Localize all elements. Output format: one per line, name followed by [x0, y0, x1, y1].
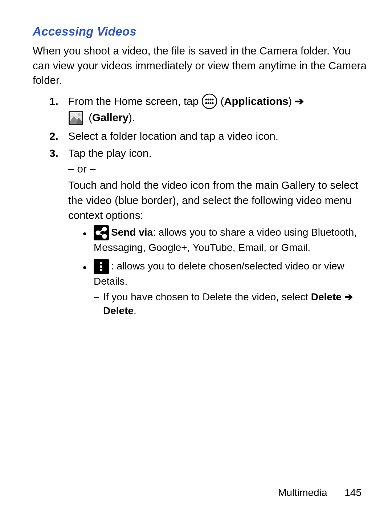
svg-point-17 [96, 231, 100, 235]
or-divider: – or – [68, 161, 370, 176]
sub-option-list: If you have chosen to Delete the video, … [94, 290, 370, 318]
step-list: 1. From the Home screen, tap (Applicatio… [33, 94, 370, 318]
svg-point-3 [210, 99, 212, 101]
svg-point-7 [210, 102, 212, 104]
delete-b1: Delete [311, 291, 342, 302]
step-number: 2. [49, 129, 58, 143]
period: . [134, 305, 136, 316]
delete-pre: If you have chosen to Delete the video, … [103, 291, 311, 302]
step-1: 1. From the Home screen, tap (Applicatio… [49, 94, 370, 126]
svg-point-6 [208, 102, 209, 104]
paren-close: ). [128, 111, 135, 123]
step-number: 3. [49, 146, 58, 161]
applications-icon [201, 93, 217, 109]
intro-paragraph: When you shoot a video, the file is save… [33, 44, 370, 88]
svg-point-2 [208, 99, 209, 101]
page-footer: Multimedia 145 [278, 487, 362, 499]
footer-page-number: 145 [344, 487, 362, 498]
gallery-label: Gallery [92, 111, 128, 123]
svg-point-8 [212, 102, 214, 104]
paren-open: ( [86, 111, 92, 123]
step-3: 3. Tap the play icon. – or – Touch and h… [49, 146, 370, 318]
gallery-icon [68, 110, 83, 126]
step-text: Select a folder location and tap a video… [68, 130, 278, 142]
svg-point-0 [202, 94, 217, 109]
arrow-icon: ➔ [295, 95, 304, 107]
step-text: Tap the play icon. [68, 147, 152, 159]
svg-rect-21 [100, 262, 102, 264]
svg-point-1 [205, 99, 207, 101]
delete-b2: Delete [103, 305, 134, 316]
context-options-list: Send via: allows you to share a video us… [68, 226, 370, 318]
svg-rect-23 [100, 269, 102, 271]
svg-point-5 [205, 102, 207, 104]
applications-label: Applications [224, 95, 288, 107]
option-menu: : allows you to delete chosen/selected v… [83, 259, 370, 318]
svg-point-13 [78, 113, 81, 116]
paren-close: ) [288, 95, 295, 107]
share-icon [94, 225, 109, 240]
option-send-via: Send via: allows you to share a video us… [83, 226, 370, 255]
step-text: From the Home screen, tap [68, 95, 201, 107]
menu-text: : allows you to delete chosen/selected v… [94, 260, 344, 287]
section-heading: Accessing Videos [33, 25, 370, 38]
step-number: 1. [49, 94, 58, 109]
footer-section: Multimedia [278, 487, 327, 498]
overflow-menu-icon [94, 259, 109, 274]
svg-point-19 [103, 235, 106, 238]
svg-rect-22 [100, 265, 102, 268]
svg-point-18 [103, 227, 106, 231]
send-via-label: Send via [111, 227, 153, 238]
sub-option-delete: If you have chosen to Delete the video, … [94, 290, 370, 318]
paren-open: ( [220, 95, 224, 107]
arrow-icon: ➔ [342, 291, 353, 302]
manual-page: Accessing Videos When you shoot a video,… [0, 0, 392, 532]
step-alt-text: Touch and hold the video icon from the m… [68, 178, 370, 223]
step-2: 2. Select a folder location and tap a vi… [49, 129, 370, 143]
svg-point-4 [212, 99, 214, 101]
